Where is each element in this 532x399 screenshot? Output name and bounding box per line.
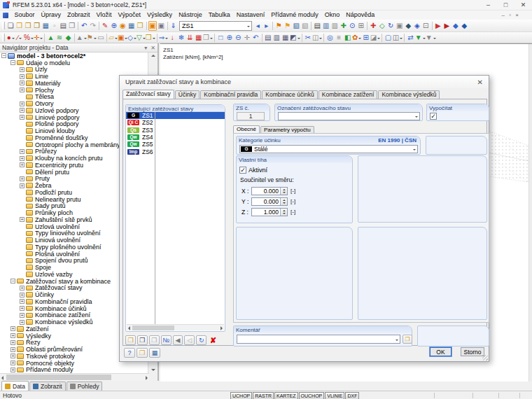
snap-rastr-button[interactable]: RASTR	[253, 392, 274, 399]
redo-icon[interactable]: ↷	[89, 21, 98, 31]
panel-2-icon[interactable]: ▶	[442, 21, 451, 31]
expand-icon[interactable]: +	[20, 88, 24, 92]
open-file-icon[interactable]: ❒	[15, 21, 24, 31]
ok-button[interactable]: OK	[430, 347, 451, 356]
menu-zobrazit[interactable]: Zobrazit	[64, 10, 94, 20]
dialog-subtab[interactable]: Obecné	[233, 125, 260, 133]
report-icon[interactable]: ▥	[322, 21, 331, 31]
expand-icon[interactable]: +	[10, 368, 15, 372]
load-case-row[interactable]: ImpZS6	[126, 148, 225, 155]
dialog-close-icon[interactable]: ✕	[477, 78, 483, 86]
mirror-icon[interactable]: ◇	[378, 21, 387, 31]
expand-icon[interactable]: +	[20, 176, 24, 181]
copy-load-case-button[interactable]: ❐	[137, 335, 148, 345]
new-support-icon[interactable]: ▽	[136, 33, 146, 43]
pin-icon[interactable]: ▾	[144, 45, 147, 51]
new-document-icon[interactable]: ❏	[6, 21, 15, 31]
snap-dxf-button[interactable]: DXF	[345, 392, 359, 399]
load-case-row[interactable]: QwZS4	[126, 134, 225, 141]
tree-item[interactable]: +Přídavné moduly	[0, 367, 148, 374]
new-member-icon[interactable]: ◆	[64, 33, 73, 43]
layers-icon[interactable]: ≡	[335, 33, 344, 43]
dialog-tab[interactable]: Kombinace zatížení	[318, 90, 378, 99]
expand-icon[interactable]: +	[20, 183, 24, 188]
visibility-icon[interactable]: ▧	[292, 21, 301, 31]
save-dialog-settings-button[interactable]: ▦	[149, 348, 160, 358]
move-copy-icon[interactable]: ⇄	[406, 33, 415, 43]
menu-napoveda[interactable]: Nápověda	[343, 10, 378, 20]
pin-icon[interactable]: ▲	[76, 33, 87, 43]
previous-view-icon[interactable]: ↶	[251, 33, 260, 43]
scroll-up-icon[interactable]	[151, 55, 155, 57]
tree-item[interactable]: +Uzly	[0, 66, 148, 74]
panel-3-icon[interactable]: ◆	[451, 21, 461, 31]
point-load-icon[interactable]: ↓	[168, 33, 177, 43]
window-1-icon[interactable]: ▢	[384, 33, 393, 43]
help-button[interactable]: ?	[124, 348, 135, 358]
open-dialog-settings-button[interactable]: ❒	[136, 348, 148, 358]
statistics-icon[interactable]: ▣	[396, 21, 405, 31]
select-percent-icon[interactable]: %	[24, 33, 34, 43]
mesh-view-icon[interactable]: ⊞	[361, 33, 370, 43]
comment-combo[interactable]	[237, 335, 400, 344]
dialog-subtab[interactable]: Parametry výpočtu	[260, 126, 314, 133]
visibility-off-icon[interactable]: ▧	[301, 21, 310, 31]
window-2-icon[interactable]: ◫	[393, 33, 402, 43]
selfweight-active-checkbox[interactable]: ✓	[239, 167, 246, 174]
enable-button[interactable]: ◀	[173, 335, 183, 345]
new-line-icon[interactable]: ≋	[55, 33, 64, 43]
view-z-icon[interactable]: ▦	[281, 33, 290, 43]
expand-icon[interactable]: +	[20, 74, 24, 79]
render-mode-icon[interactable]: ◆	[404, 21, 413, 31]
menu-vlozit[interactable]: Vložit	[93, 10, 115, 20]
colors-scale-icon[interactable]: ▼	[415, 33, 426, 43]
expand-icon[interactable]: +	[20, 299, 24, 304]
snow-load-icon[interactable]: ❄	[177, 33, 186, 43]
expand-icon[interactable]: +	[20, 320, 24, 325]
print-preview-icon[interactable]: ❐	[68, 21, 77, 31]
panel-4-icon[interactable]: ◆	[460, 21, 469, 31]
scroll-thumb[interactable]	[132, 326, 174, 330]
select-special-icon[interactable]: ✛	[34, 33, 43, 43]
factor-spinner[interactable]: 0.000	[251, 197, 288, 206]
flag-p-icon[interactable]: ⚑	[274, 21, 284, 31]
frame-icon[interactable]: ▭	[97, 33, 106, 43]
menu-soubor[interactable]: Soubor	[11, 10, 38, 20]
menu-nastroje[interactable]: Nástroje	[176, 10, 206, 20]
scroll-down-icon[interactable]	[151, 369, 155, 371]
member-load-icon[interactable]: ⇊	[186, 33, 195, 43]
dialog-titlebar[interactable]: Upravit zatěžovací stavy a kombinace ✕	[120, 76, 489, 88]
expand-icon[interactable]: +	[10, 333, 15, 338]
new-hinge-icon[interactable]: ❒	[146, 33, 155, 43]
compute-checkbox[interactable]: ✓	[430, 113, 437, 120]
category-combo[interactable]: G Stálé	[239, 145, 418, 153]
shadow-icon[interactable]: ◈	[413, 21, 422, 31]
colors-icon[interactable]: ◧	[343, 33, 352, 43]
scroll-left-icon[interactable]	[1, 376, 4, 380]
minimize-button[interactable]: –	[479, 0, 497, 10]
panel-1-icon[interactable]: ▶	[434, 21, 443, 31]
nav-tab-zobrazit[interactable]: Zobrazit	[29, 382, 66, 391]
resize-grip[interactable]	[482, 355, 488, 360]
move-view-icon[interactable]: ✛	[243, 33, 252, 43]
table-view-off-icon[interactable]: ▣	[157, 21, 166, 31]
menu-okno[interactable]: Okno	[321, 10, 343, 20]
expand-icon[interactable]: +	[20, 162, 24, 167]
menu-vypocet[interactable]: Výpočet	[115, 10, 144, 20]
dialog-tab[interactable]: Kombinace účinků	[262, 90, 317, 99]
expand-icon[interactable]: +	[20, 102, 24, 106]
renumber-button[interactable]: №	[161, 335, 172, 345]
new-node-icon[interactable]: ▲	[46, 33, 55, 43]
render-icon[interactable]: ✿	[352, 33, 361, 43]
mdi-window-controls[interactable]: – ▫ ×	[502, 10, 520, 20]
load-case-tool-icon[interactable]: ❒	[203, 33, 213, 43]
list-horizontal-scrollbar[interactable]	[127, 324, 224, 330]
undo-icon[interactable]: ↶	[80, 21, 89, 31]
tree-horizontal-scrollbar[interactable]	[0, 373, 149, 381]
scroll-right-icon[interactable]	[146, 376, 148, 380]
expand-icon[interactable]: +	[20, 115, 24, 120]
navigator-close-icon[interactable]: ✕	[150, 45, 155, 51]
expand-icon[interactable]: +	[20, 217, 24, 222]
save-as-icon[interactable]: ❒	[33, 21, 42, 31]
load-case-row[interactable]: GZS1	[126, 112, 225, 119]
